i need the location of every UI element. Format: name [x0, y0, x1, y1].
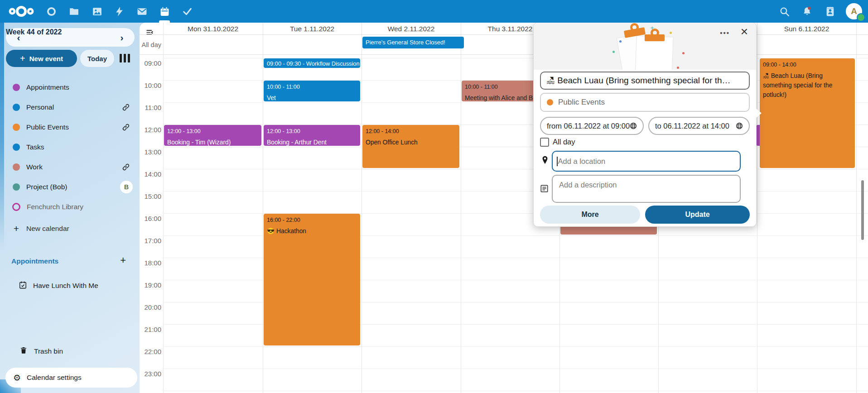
previous-week-button[interactable]: ‹: [9, 28, 29, 47]
new-event-button[interactable]: + New event: [6, 50, 77, 67]
event-title: 😎 Hackathon: [267, 226, 357, 236]
calendar-color-dot: [13, 144, 20, 151]
confetti-dot: [670, 32, 672, 34]
popup-illustration-header: + ••• ×: [534, 23, 756, 70]
more-button-label: More: [581, 211, 598, 219]
top-bar: A: [0, 0, 868, 23]
event-title: 🏖 Beach Luau (Bring something special fo…: [763, 71, 852, 100]
search-icon[interactable]: [774, 0, 794, 23]
calendar-name: Appointments: [26, 83, 69, 91]
shared-by-badge: B: [120, 181, 133, 193]
time-label: 12:00: [135, 126, 161, 134]
calendar-color-dot: [13, 104, 20, 111]
activity-icon[interactable]: [109, 0, 129, 23]
allday-event[interactable]: Pierre's General Store Closed!: [362, 37, 464, 48]
add-appointment-config-button[interactable]: +: [120, 254, 126, 266]
new-event-label: New event: [29, 55, 63, 62]
start-datetime-field[interactable]: from 06.11.2022 at 09:00: [540, 117, 644, 135]
view-columns-icon[interactable]: [120, 54, 130, 63]
calendar-color-dot: [13, 163, 20, 171]
event-time: 09:00 - 14:00: [763, 61, 852, 68]
description-input[interactable]: Add a description: [552, 175, 741, 203]
appointment-item-label: Have Lunch With Me: [33, 282, 98, 290]
sidebar-calendar-item[interactable]: Fenchurch Library: [5, 197, 136, 217]
confetti-dot: [619, 40, 622, 43]
allday-label: All day: [135, 41, 161, 48]
background-accent: [0, 23, 4, 249]
sidebar-calendar-item[interactable]: Public Events: [5, 117, 136, 137]
plus-icon: +: [20, 53, 25, 64]
calendar-settings-button[interactable]: ⚙ Calendar settings: [5, 368, 137, 388]
hour-gridline: [163, 191, 868, 192]
location-pin-icon: [541, 155, 549, 165]
calendar-color-dot: [13, 183, 20, 191]
event-time: 12:00 - 13:00: [167, 128, 258, 135]
share-link-icon[interactable]: [122, 163, 130, 171]
sidebar-calendar-item[interactable]: Project (Bob)B: [5, 177, 136, 197]
vertical-scrollbar[interactable]: [861, 180, 864, 240]
files-icon[interactable]: [64, 0, 84, 23]
notifications-icon[interactable]: [797, 0, 817, 23]
grid-column-line: [757, 23, 757, 393]
binder-clip: [645, 34, 665, 41]
update-button[interactable]: Update: [645, 206, 750, 224]
popup-arrow: [756, 108, 762, 118]
calendar-event[interactable]: 12:00 - 14:00Open Office Lunch: [362, 125, 459, 168]
calendar-picker-value: Public Events: [558, 98, 605, 107]
end-datetime-field[interactable]: to 06.11.2022 at 14:00: [648, 117, 750, 135]
description-icon: [540, 184, 549, 193]
time-label: 22:00: [135, 348, 161, 355]
dashboard-icon[interactable]: [41, 0, 61, 23]
calendar-grid-panel: [140, 23, 868, 393]
calendar-event[interactable]: 09:00 - 09:30 - Workflow Discussion: [264, 58, 360, 68]
allday-checkbox-label: All day: [553, 138, 575, 146]
event-title: Booking - Arthur Dent: [267, 138, 357, 146]
description-placeholder: Add a description: [559, 181, 740, 189]
sidebar-calendar-item[interactable]: Work: [5, 157, 136, 177]
next-week-button[interactable]: ›: [112, 28, 132, 47]
location-input[interactable]: Add a location: [552, 151, 741, 172]
location-placeholder: Add a location: [558, 157, 606, 166]
calendar-event[interactable]: 12:00 - 13:00Booking - Tim (Wizard): [164, 125, 261, 146]
calendar-settings-label: Calendar settings: [27, 374, 82, 382]
time-label: 19:00: [135, 281, 161, 289]
trash-icon: [12, 346, 28, 356]
new-calendar-button[interactable]: + New calendar: [5, 219, 136, 239]
calendar-event[interactable]: 12:00 - 13:00Booking - Arthur Dent: [264, 125, 360, 146]
timezone-globe-icon[interactable]: [629, 122, 637, 130]
tasks-icon[interactable]: [177, 0, 197, 23]
sidebar-calendar-item[interactable]: Appointments: [5, 77, 136, 97]
today-button[interactable]: Today: [80, 50, 114, 67]
sidebar-calendar-item[interactable]: Personal: [5, 97, 136, 117]
allday-checkbox[interactable]: [540, 138, 549, 147]
end-datetime-value: to 06.11.2022 at 14:00: [655, 122, 729, 130]
timezone-globe-icon[interactable]: [735, 122, 743, 130]
calendar-event[interactable]: 10:00 - 11:00Vet: [264, 81, 360, 101]
nextcloud-logo[interactable]: [7, 5, 35, 18]
more-options-icon[interactable]: •••: [720, 29, 730, 37]
sidebar-calendar-item[interactable]: Tasks: [5, 137, 136, 157]
contacts-icon[interactable]: [820, 0, 840, 23]
photos-icon[interactable]: [87, 0, 107, 23]
grid-column-line: [362, 23, 362, 393]
calendar-event[interactable]: 09:00 - 14:00🏖 Beach Luau (Bring somethi…: [760, 58, 855, 168]
calendar-picker-select[interactable]: Public Events: [540, 93, 750, 112]
share-link-icon[interactable]: [122, 103, 130, 111]
share-link-icon[interactable]: [122, 123, 130, 131]
appointment-item[interactable]: Have Lunch With Me: [5, 276, 136, 296]
collapse-allday-icon[interactable]: [145, 28, 154, 37]
calendar-icon[interactable]: [154, 0, 174, 23]
gear-icon: ⚙: [13, 374, 21, 382]
active-app-indicator: [159, 20, 170, 23]
calendar-name: Tasks: [26, 143, 44, 151]
day-header: Wed 2.11.2022: [362, 25, 461, 35]
event-title-input[interactable]: [540, 72, 750, 90]
calendar-name: Project (Bob): [26, 183, 67, 191]
mail-icon[interactable]: [132, 0, 152, 23]
update-button-label: Update: [685, 211, 709, 219]
calendar-event[interactable]: 16:00 - 22:00😎 Hackathon: [264, 214, 360, 345]
trash-bin-button[interactable]: Trash bin: [5, 341, 136, 361]
header-separator: [140, 34, 868, 35]
close-icon[interactable]: ×: [741, 24, 748, 39]
more-button[interactable]: More: [540, 206, 640, 224]
